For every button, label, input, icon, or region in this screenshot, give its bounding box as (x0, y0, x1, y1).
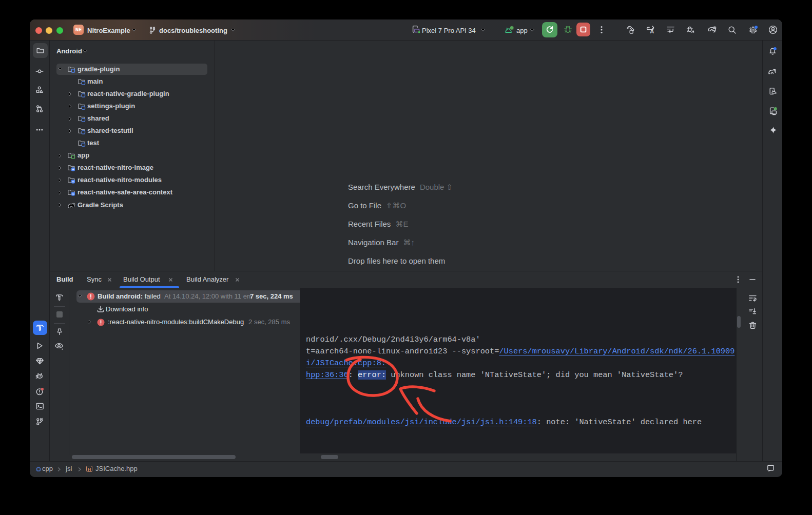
svg-text:A: A (650, 28, 654, 34)
